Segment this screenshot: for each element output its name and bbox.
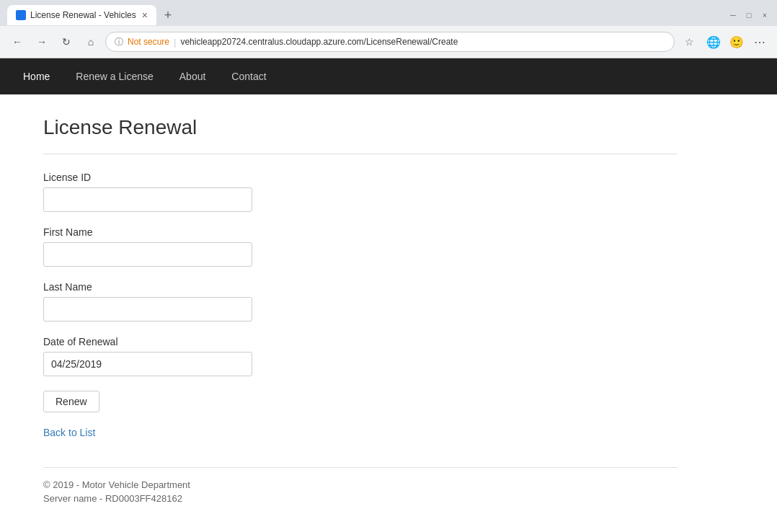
browser-tab[interactable]: License Renewal - Vehicles × xyxy=(7,5,156,25)
title-divider xyxy=(43,154,678,154)
license-id-label: License ID xyxy=(43,172,678,183)
tab-close-button[interactable]: × xyxy=(142,10,148,20)
submit-group: Renew xyxy=(43,391,678,412)
footer-server: Server name - RD0003FF428162 xyxy=(43,493,678,504)
first-name-input[interactable] xyxy=(43,242,252,267)
footer-copyright: © 2019 - Motor Vehicle Department xyxy=(43,479,678,490)
title-bar: License Renewal - Vehicles × + ─ □ × xyxy=(0,0,777,26)
tab-title: License Renewal - Vehicles xyxy=(30,10,136,20)
nav-contact[interactable]: Contact xyxy=(220,61,278,92)
new-tab-button[interactable]: + xyxy=(159,6,177,24)
date-group: Date of Renewal xyxy=(43,336,678,376)
home-button[interactable]: ⌂ xyxy=(81,32,101,52)
minimize-button[interactable]: ─ xyxy=(728,10,738,20)
toolbar-icons: 🌐 🙂 ⋯ xyxy=(703,32,770,52)
not-secure-label: Not secure xyxy=(128,37,169,47)
last-name-group: Last Name xyxy=(43,281,678,322)
navbar: Home Renew a License About Contact xyxy=(0,58,777,94)
license-id-input[interactable] xyxy=(43,187,252,212)
refresh-button[interactable]: ↻ xyxy=(56,32,76,52)
renew-button[interactable]: Renew xyxy=(43,391,99,412)
back-to-list-link[interactable]: Back to List xyxy=(43,427,95,438)
date-input[interactable] xyxy=(43,352,252,376)
nav-about[interactable]: About xyxy=(168,61,218,92)
date-label: Date of Renewal xyxy=(43,336,678,347)
renewal-form: License ID First Name Last Name Date of … xyxy=(43,172,678,412)
page-footer: © 2019 - Motor Vehicle Department Server… xyxy=(43,467,678,504)
page-title: License Renewal xyxy=(43,116,678,139)
license-id-group: License ID xyxy=(43,172,678,212)
bookmark-button[interactable]: ☆ xyxy=(679,32,699,52)
page-content: License Renewal License ID First Name La… xyxy=(0,94,721,528)
menu-button[interactable]: ⋯ xyxy=(750,32,770,52)
tab-favicon xyxy=(16,10,26,20)
url-display: vehicleapp20724.centralus.cloudapp.azure… xyxy=(180,37,458,47)
address-input[interactable]: ⓘ Not secure | vehicleapp20724.centralus… xyxy=(105,32,675,52)
browser-chrome: License Renewal - Vehicles × + ─ □ × ← →… xyxy=(0,0,777,58)
svg-rect-0 xyxy=(17,12,25,19)
nav-home[interactable]: Home xyxy=(12,61,61,92)
back-button[interactable]: ← xyxy=(7,32,27,52)
extensions-icon[interactable]: 🌐 xyxy=(703,32,724,52)
first-name-label: First Name xyxy=(43,226,678,238)
address-bar: ← → ↻ ⌂ ⓘ Not secure | vehicleapp20724.c… xyxy=(0,26,777,58)
lock-icon: ⓘ xyxy=(115,36,123,48)
close-button[interactable]: × xyxy=(760,10,770,20)
last-name-label: Last Name xyxy=(43,281,678,293)
nav-renew-license[interactable]: Renew a License xyxy=(64,61,164,92)
first-name-group: First Name xyxy=(43,226,678,267)
last-name-input[interactable] xyxy=(43,297,252,322)
maximize-button[interactable]: □ xyxy=(744,10,754,20)
profile-icon[interactable]: 🙂 xyxy=(727,32,747,52)
forward-button[interactable]: → xyxy=(32,32,52,52)
window-controls: ─ □ × xyxy=(728,10,770,20)
